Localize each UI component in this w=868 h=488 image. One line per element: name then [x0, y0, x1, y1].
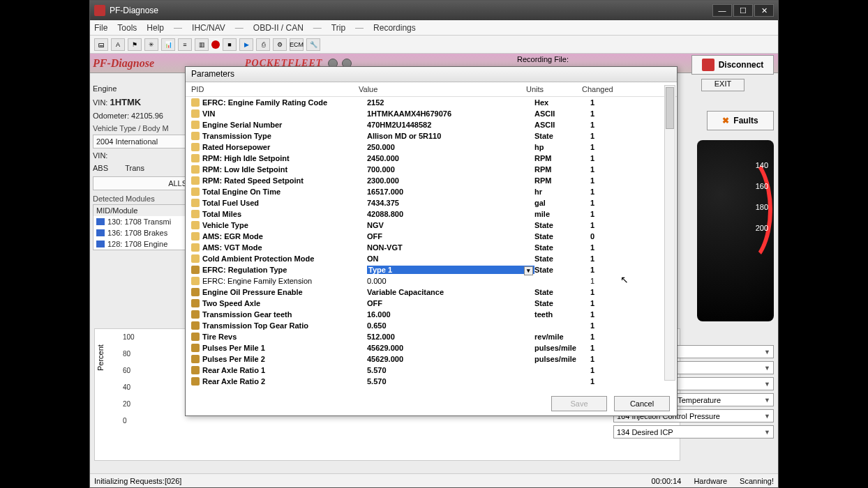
table-row[interactable]: Two Speed AxleOFFState1	[186, 298, 677, 309]
menu-file[interactable]: File	[94, 23, 107, 33]
table-row[interactable]: Rear Axle Ratio 25.5701	[186, 376, 677, 387]
table-row[interactable]: RPM: Rated Speed Setpoint2300.000RPM1	[186, 175, 677, 186]
pid-select[interactable]: 134 Desired ICP▼	[613, 425, 774, 439]
table-row[interactable]: RPM: Low Idle Setpoint700.000RPM1	[186, 164, 677, 175]
tool-icon[interactable]: ⚙	[273, 38, 287, 51]
gauge-tick: 180	[756, 203, 768, 211]
chevron-down-icon: ▼	[764, 397, 770, 404]
vin-value: 1HTMK	[110, 97, 141, 107]
faults-button[interactable]: ✖ Faults	[707, 111, 774, 130]
cell-changed: 1	[590, 143, 646, 151]
table-row[interactable]: EFRC: Regulation TypeType 1▾State1	[186, 264, 677, 275]
menubar: File Tools Help — IHC/NAV — OBD-II / CAN…	[90, 20, 778, 36]
cell-value: 1HTMKAAMX4H679076	[367, 109, 534, 118]
table-row[interactable]: Vehicle TypeNGVState1	[186, 220, 677, 231]
cell-value: OFF	[367, 232, 534, 241]
module-icon	[96, 241, 105, 247]
cell-changed: 1	[590, 243, 646, 252]
cell-changed: 1	[590, 121, 646, 129]
tool-icon[interactable]: ✳	[144, 38, 158, 51]
close-button[interactable]: ✕	[754, 4, 774, 17]
tool-icon[interactable]: 🖴	[94, 38, 108, 51]
table-row[interactable]: Total Engine On Time16517.000hr1	[186, 186, 677, 197]
tool-icon[interactable]: ECM	[290, 38, 304, 51]
exit-button[interactable]: EXIT	[701, 79, 744, 91]
tool-icon[interactable]: ⚑	[128, 38, 142, 51]
disconnect-button[interactable]: Disconnect	[691, 55, 774, 75]
cell-pid: RPM: Rated Speed Setpoint	[202, 176, 367, 185]
cell-changed: 1	[590, 98, 646, 107]
table-row[interactable]: Rear Axle Ratio 15.5701	[186, 365, 677, 376]
scrollbar-thumb[interactable]	[666, 87, 674, 129]
table-row[interactable]: EFRC: Engine Family Extension0.0001	[186, 275, 677, 287]
table-row[interactable]: Rated Horsepower250.000hp1	[186, 142, 677, 153]
save-button[interactable]: Save	[551, 396, 607, 411]
status-hw: Hardware	[694, 477, 727, 485]
cell-changed: 0	[590, 232, 646, 241]
menu-trip[interactable]: Trip	[331, 23, 345, 33]
table-row[interactable]: Pulses Per Mile 245629.000pulses/mile1	[186, 353, 677, 365]
table-row[interactable]: Transmission Gear teeth16.000teeth1	[186, 309, 677, 320]
menu-recordings[interactable]: Recordings	[373, 23, 416, 33]
col-changed[interactable]: Changed	[582, 85, 638, 93]
tool-icon[interactable]: ≡	[178, 38, 192, 51]
table-row[interactable]: RPM: High Idle Setpoint2450.000RPM1	[186, 153, 677, 164]
menu-help[interactable]: Help	[147, 23, 164, 33]
table-row[interactable]: Cold Ambient Protection ModeONState1	[186, 253, 677, 264]
cell-units: State	[534, 299, 590, 307]
lock-icon	[191, 98, 200, 107]
table-row[interactable]: Transmission TypeAllison MD or 5R110Stat…	[186, 130, 677, 142]
lock-icon	[191, 221, 200, 229]
minimize-button[interactable]: ―	[712, 4, 732, 17]
table-row[interactable]: Total Miles42088.800mile1	[186, 208, 677, 220]
tool-icon[interactable]: ⎙	[256, 38, 270, 51]
maximize-button[interactable]: ☐	[733, 4, 753, 17]
status-left: Initializing Requests:[026]	[94, 477, 181, 485]
stop-icon[interactable]: ■	[223, 38, 237, 51]
tool-icon[interactable]: A	[111, 38, 125, 51]
table-row[interactable]: Engine Serial Number470HM2U1448582ASCII1	[186, 119, 677, 130]
cell-changed: 1	[590, 310, 646, 319]
table-row[interactable]: Tire Revs512.000rev/mile1	[186, 331, 677, 342]
col-units[interactable]: Units	[526, 85, 582, 93]
cell-changed: 1	[590, 221, 646, 229]
col-pid[interactable]: PID	[191, 85, 359, 93]
cell-value: 0.650	[367, 321, 534, 330]
table-row[interactable]: Total Fuel Used7434.375gal1	[186, 197, 677, 208]
play-icon[interactable]: ▶	[239, 38, 253, 51]
cancel-button[interactable]: Cancel	[614, 396, 670, 411]
module-item[interactable]: 136: 1708 Brakes	[93, 227, 195, 238]
chart-yticks: 1008060 40200	[123, 333, 135, 434]
table-row[interactable]: Pulses Per Mile 145629.000pulses/mile1	[186, 342, 677, 353]
chevron-down-icon[interactable]: ▾	[524, 266, 533, 275]
table-row[interactable]: AMS: EGR ModeOFFState0	[186, 231, 677, 242]
cell-value[interactable]: Type 1▾	[367, 266, 534, 274]
logo-pf: PF-Diagnose	[93, 57, 154, 70]
tool-icon[interactable]: 🔧	[306, 38, 320, 51]
table-row[interactable]: Transmission Top Gear Ratio0.6501	[186, 320, 677, 331]
scrollbar[interactable]	[664, 85, 675, 381]
cell-value: 512.000	[367, 333, 534, 341]
lock-icon	[191, 199, 200, 207]
cell-value: 45629.000	[367, 355, 534, 363]
table-row[interactable]: VIN1HTMKAAMX4H679076ASCII1	[186, 108, 677, 119]
record-icon[interactable]	[211, 40, 220, 49]
table-row[interactable]: EFRC: Engine Family Rating Code2152Hex1	[186, 97, 677, 108]
module-item[interactable]: 128: 1708 Engine	[93, 238, 195, 250]
tool-icon[interactable]: 📊	[161, 38, 175, 51]
col-value[interactable]: Value	[359, 85, 526, 93]
cell-value: 16517.000	[367, 188, 534, 196]
cell-changed: 1	[590, 333, 646, 341]
chevron-down-icon: ▼	[764, 349, 770, 356]
tool-icon[interactable]: ▥	[195, 38, 209, 51]
table-row[interactable]: AMS: VGT ModeNON-VGTState1	[186, 242, 677, 253]
menu-obd[interactable]: OBD-II / CAN	[253, 23, 304, 33]
table-row[interactable]: Engine Oil Pressure EnableVariable Capac…	[186, 287, 677, 298]
lock-icon	[191, 288, 200, 296]
cell-value: 2300.000	[367, 176, 534, 185]
cell-value: ON	[367, 254, 534, 263]
menu-ihcnav[interactable]: IHC/NAV	[192, 23, 225, 33]
gauge: 140 160 180 200	[697, 140, 774, 321]
menu-tools[interactable]: Tools	[117, 23, 137, 33]
module-item[interactable]: 130: 1708 Transmi	[93, 216, 195, 227]
